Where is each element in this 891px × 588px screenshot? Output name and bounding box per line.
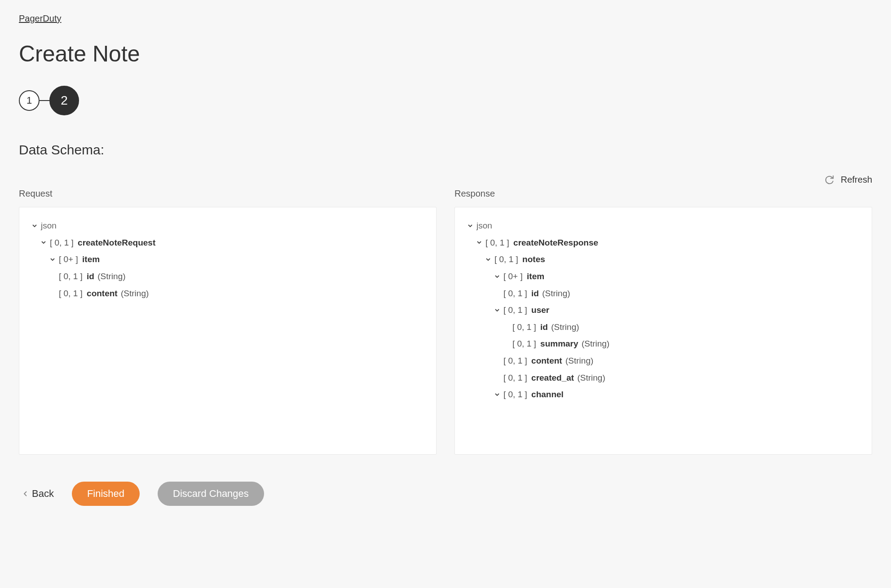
- tree-name: id: [531, 288, 539, 299]
- tree-name: createNoteRequest: [78, 237, 155, 249]
- tree-node-item[interactable]: [ 0+ ] item: [48, 254, 425, 265]
- tree-name: channel: [531, 389, 564, 400]
- refresh-label: Refresh: [841, 175, 872, 185]
- back-button[interactable]: Back: [23, 488, 54, 500]
- refresh-button[interactable]: Refresh: [19, 175, 872, 185]
- tree-cardinality: [ 0, 1 ]: [512, 321, 536, 333]
- tree-cardinality: [ 0, 1 ]: [494, 254, 518, 265]
- tree-node-json[interactable]: json: [30, 220, 425, 232]
- tree-name: content: [87, 288, 118, 299]
- chevron-down-icon: [466, 223, 475, 228]
- tree-type: (String): [565, 355, 593, 367]
- tree-node-id[interactable]: [ 0, 1 ] id (String): [493, 288, 861, 299]
- request-tree: json [ 0, 1 ] createNoteRequest [ 0+ ] i…: [19, 207, 437, 455]
- tree-name: user: [531, 304, 549, 316]
- response-tree: json [ 0, 1 ] createNoteResponse [ 0, 1 …: [454, 207, 872, 455]
- breadcrumb-link[interactable]: PagerDuty: [19, 13, 62, 24]
- tree-cardinality: [ 0, 1 ]: [503, 288, 527, 299]
- section-title: Data Schema:: [19, 142, 872, 158]
- step-1[interactable]: 1: [19, 90, 40, 111]
- tree-node-notes[interactable]: [ 0, 1 ] notes: [484, 254, 861, 265]
- tree-node-created-at[interactable]: [ 0, 1 ] created_at (String): [493, 372, 861, 384]
- response-column: Response json [ 0, 1 ] createNoteRespons…: [454, 189, 872, 455]
- tree-label: json: [41, 220, 57, 232]
- request-column: Request json [ 0, 1 ] createNoteRequest: [19, 189, 437, 455]
- tree-node-content[interactable]: [ 0, 1 ] content (String): [493, 355, 861, 367]
- back-label: Back: [32, 488, 54, 500]
- chevron-down-icon: [475, 240, 484, 245]
- tree-node-json[interactable]: json: [466, 220, 861, 232]
- chevron-left-icon: [23, 491, 27, 497]
- tree-node-user-summary[interactable]: [ 0, 1 ] summary (String): [502, 338, 861, 350]
- tree-name: createNoteResponse: [513, 237, 598, 249]
- tree-name: item: [527, 271, 544, 282]
- tree-type: (String): [582, 338, 609, 350]
- tree-name: id: [540, 321, 548, 333]
- tree-name: id: [87, 271, 94, 282]
- tree-name: created_at: [531, 372, 574, 384]
- chevron-down-icon: [30, 223, 39, 228]
- tree-label: json: [476, 220, 492, 232]
- tree-cardinality: [ 0, 1 ]: [512, 338, 536, 350]
- tree-type: (String): [542, 288, 570, 299]
- tree-name: item: [82, 254, 100, 265]
- tree-cardinality: [ 0, 1 ]: [50, 237, 74, 249]
- tree-cardinality: [ 0, 1 ]: [503, 372, 527, 384]
- tree-node-user[interactable]: [ 0, 1 ] user: [493, 304, 861, 316]
- tree-name: summary: [540, 338, 578, 350]
- tree-type: (String): [97, 271, 125, 282]
- tree-cardinality: [ 0, 1 ]: [503, 304, 527, 316]
- tree-type: (String): [577, 372, 605, 384]
- tree-node-content[interactable]: [ 0, 1 ] content (String): [48, 288, 425, 299]
- discard-button[interactable]: Discard Changes: [158, 482, 264, 506]
- step-2[interactable]: 2: [49, 86, 79, 115]
- tree-cardinality: [ 0, 1 ]: [503, 355, 527, 367]
- tree-node-item[interactable]: [ 0+ ] item: [493, 271, 861, 282]
- stepper: 1 2: [19, 86, 872, 115]
- tree-node-createNoteResponse[interactable]: [ 0, 1 ] createNoteResponse: [475, 237, 861, 249]
- chevron-down-icon: [493, 392, 502, 397]
- tree-cardinality: [ 0, 1 ]: [503, 389, 527, 400]
- page-title: Create Note: [19, 41, 872, 67]
- step-connector: [40, 100, 49, 101]
- tree-name: notes: [522, 254, 545, 265]
- tree-cardinality: [ 0+ ]: [503, 271, 523, 282]
- tree-node-user-id[interactable]: [ 0, 1 ] id (String): [502, 321, 861, 333]
- chevron-down-icon: [484, 257, 493, 262]
- tree-cardinality: [ 0, 1 ]: [59, 288, 83, 299]
- chevron-down-icon: [39, 240, 48, 245]
- tree-cardinality: [ 0, 1 ]: [485, 237, 509, 249]
- response-header: Response: [454, 189, 872, 199]
- tree-node-id[interactable]: [ 0, 1 ] id (String): [48, 271, 425, 282]
- request-header: Request: [19, 189, 437, 199]
- finished-button[interactable]: Finished: [72, 482, 140, 506]
- tree-cardinality: [ 0+ ]: [59, 254, 78, 265]
- tree-node-channel[interactable]: [ 0, 1 ] channel: [493, 389, 861, 400]
- refresh-icon: [825, 175, 834, 185]
- tree-name: content: [531, 355, 562, 367]
- tree-type: (String): [551, 321, 579, 333]
- tree-cardinality: [ 0, 1 ]: [59, 271, 83, 282]
- chevron-down-icon: [48, 257, 57, 262]
- chevron-down-icon: [493, 307, 502, 313]
- tree-type: (String): [121, 288, 149, 299]
- tree-node-createNoteRequest[interactable]: [ 0, 1 ] createNoteRequest: [39, 237, 425, 249]
- chevron-down-icon: [493, 274, 502, 279]
